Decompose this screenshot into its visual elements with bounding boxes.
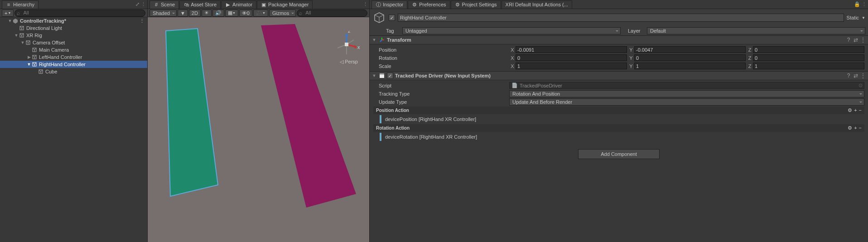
rotation-z[interactable] <box>753 54 864 61</box>
rotation-y[interactable] <box>634 54 746 61</box>
tab-project-settings[interactable]: ⚙Project Settings <box>451 0 501 9</box>
scale-y[interactable] <box>634 63 746 69</box>
tab-package-manager[interactable]: ▣Package Manager <box>257 0 313 9</box>
context-icon[interactable]: ⋮ <box>862 1 867 7</box>
tab-animator[interactable]: ▶Animator <box>221 0 256 9</box>
lock-icon[interactable]: ⤢ <box>135 1 140 7</box>
position-z[interactable] <box>753 46 864 53</box>
tab-scene[interactable]: #Scene <box>149 0 179 9</box>
expand-icon[interactable]: ▼ <box>20 40 25 45</box>
tree-row[interactable]: Directional Light <box>0 24 147 32</box>
svg-line-47 <box>380 40 382 42</box>
position-y[interactable] <box>634 46 746 53</box>
tag-dropdown[interactable]: Untagged <box>402 27 621 34</box>
lighting-toggle[interactable]: ☀ <box>202 10 212 17</box>
gear-icon[interactable]: ⚙ <box>848 125 852 131</box>
update-type-label: Update Type <box>373 99 509 105</box>
scale-x[interactable] <box>516 63 627 69</box>
projection-label[interactable]: ◁ Persp <box>340 59 358 65</box>
component-title: Transform <box>387 37 411 43</box>
static-dropdown[interactable]: ▼ <box>862 16 865 20</box>
expand-icon[interactable]: ▶ <box>26 55 32 59</box>
position-x[interactable] <box>516 46 627 53</box>
tab-preferences[interactable]: ⚙Preferences <box>408 0 450 9</box>
layer-dropdown[interactable]: Default <box>647 27 865 34</box>
layer-label: Layer <box>628 28 644 34</box>
gear-icon[interactable]: ⚙ <box>848 107 852 113</box>
gameobject-icon <box>38 69 43 74</box>
transform-icon <box>379 37 385 43</box>
tab-asset-store[interactable]: 🛍Asset Store <box>179 0 221 9</box>
tab-inspector[interactable]: ⓘInspector <box>371 0 407 9</box>
scene-search[interactable]: All <box>297 10 367 17</box>
position-label: Position <box>373 47 509 53</box>
shading-dropdown[interactable]: Shaded <box>149 10 177 17</box>
scene-viewport[interactable]: z x ◁ Persp <box>148 17 369 242</box>
orientation-gizmo[interactable]: z x <box>333 31 360 58</box>
position-binding-row[interactable]: devicePosition [RightHand XR Controller] <box>380 115 864 123</box>
hierarchy-tree: ▼ ControllerTracking* ⋮ Directional Ligh… <box>0 17 147 242</box>
context-icon[interactable]: ⋮ <box>363 1 368 7</box>
tab-xri-actions[interactable]: XRI Default Input Actions (... <box>502 0 572 9</box>
tree-row[interactable]: ▼ XR Rig <box>0 32 147 39</box>
animator-icon: ▶ <box>225 2 231 7</box>
preset-icon[interactable]: ⇄ <box>853 73 859 79</box>
context-icon[interactable]: ⋮ <box>860 73 866 79</box>
script-field[interactable]: 📄TrackedPoseDriver <box>509 82 864 89</box>
tree-row[interactable]: Cube <box>0 68 147 75</box>
add-icon[interactable]: + <box>854 125 857 131</box>
add-icon[interactable]: + <box>854 107 857 113</box>
svg-line-19 <box>34 55 36 57</box>
svg-line-14 <box>33 48 34 50</box>
tree-row-selected[interactable]: ▼ RightHand Controller <box>0 61 147 68</box>
tag-label: Tag <box>386 28 400 34</box>
expand-icon[interactable]: ▼ <box>371 73 377 78</box>
scale-z[interactable] <box>753 63 864 69</box>
object-name-field[interactable] <box>398 14 844 22</box>
hidden-toggle[interactable]: 👁0 <box>239 10 252 17</box>
gameobject-icon[interactable] <box>372 11 386 24</box>
scene-context-icon[interactable]: ⋮ <box>140 18 145 24</box>
tree-row[interactable]: ▼ Camera Offset <box>0 39 147 46</box>
svg-line-2 <box>20 26 22 28</box>
gear-icon: ⚙ <box>455 2 460 7</box>
tab-hierarchy[interactable]: ≡ Hierarchy <box>2 0 39 9</box>
draw-mode-dropdown[interactable]: ▼ <box>178 10 188 17</box>
create-dropdown[interactable]: +▼ <box>2 10 14 17</box>
fx-toggle[interactable]: ▦▼ <box>225 10 238 17</box>
context-icon[interactable]: ⋮ <box>141 1 146 7</box>
rotation-binding-row[interactable]: deviceRotation [RightHand XR Controller] <box>380 133 864 141</box>
tree-row[interactable]: Main Camera <box>0 46 147 53</box>
lock-icon[interactable]: 🔒 <box>854 1 860 7</box>
svg-line-7 <box>22 34 24 35</box>
tracking-type-dropdown[interactable]: Rotation And Position <box>509 90 864 97</box>
component-enabled-checkbox[interactable] <box>387 73 393 79</box>
context-icon[interactable]: ⋮ <box>860 37 866 43</box>
script-label: Script <box>373 83 509 88</box>
expand-icon[interactable]: ▼ <box>7 19 13 23</box>
tree-row-scene[interactable]: ▼ ControllerTracking* ⋮ <box>0 17 147 24</box>
gameobject-icon <box>32 54 37 60</box>
hierarchy-search[interactable]: All <box>14 10 145 17</box>
expand-icon[interactable]: ▼ <box>14 33 19 38</box>
help-icon[interactable]: ? <box>845 73 852 79</box>
expand-icon[interactable]: ▼ <box>371 38 377 42</box>
preset-icon[interactable]: ⇄ <box>853 37 859 43</box>
update-type-dropdown[interactable]: Update And Before Render <box>509 98 864 106</box>
svg-line-3 <box>22 26 24 28</box>
position-action-label: Position Action <box>376 108 409 113</box>
help-icon[interactable]: ? <box>845 37 852 43</box>
2d-toggle[interactable]: 2D <box>189 10 201 17</box>
audio-toggle[interactable]: 🔊 <box>212 10 224 17</box>
camera-button[interactable]: 🎥▼ <box>253 10 268 17</box>
rotation-x[interactable] <box>516 54 627 61</box>
add-component-button[interactable]: Add Component <box>578 149 660 159</box>
gizmos-dropdown[interactable]: Gizmos <box>269 10 296 17</box>
remove-icon[interactable]: − <box>859 107 862 113</box>
rotation-action-label: Rotation Action <box>376 126 410 131</box>
remove-icon[interactable]: − <box>859 125 862 131</box>
active-checkbox[interactable] <box>389 15 395 21</box>
expand-icon[interactable]: ▼ <box>26 62 32 67</box>
tree-row[interactable]: ▶ LeftHand Controller <box>0 53 147 61</box>
svg-line-6 <box>20 34 22 35</box>
